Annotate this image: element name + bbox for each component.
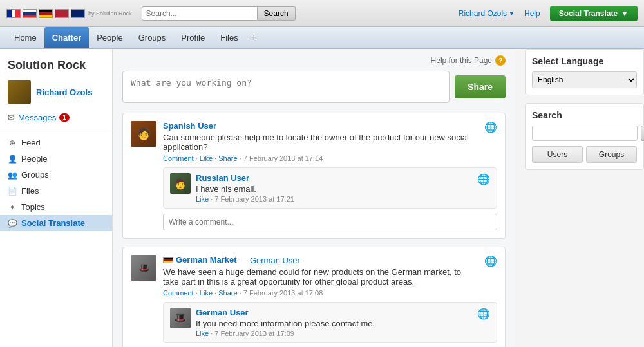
language-panel-title: Select Language <box>532 56 637 66</box>
nav-chatter[interactable]: Chatter <box>44 27 90 48</box>
search-input[interactable] <box>142 6 258 21</box>
reply-card: 🎩 German User If you need more informati… <box>163 302 497 343</box>
user-dropdown-arrow: ▼ <box>509 10 515 17</box>
sidebar-item-social-translate[interactable]: 💬 Social Translate <box>0 215 112 231</box>
go-button[interactable]: Go <box>641 126 644 141</box>
post-time: 7 February 2013 at 17:08 <box>243 289 323 297</box>
search-panel-title: Search <box>532 110 637 120</box>
filter-groups-button[interactable]: Groups <box>586 146 637 163</box>
top-search: Search <box>142 6 296 21</box>
flag-fr[interactable] <box>6 9 21 18</box>
nav-home[interactable]: Home <box>6 27 44 48</box>
sidebar: Solution Rock Richard Ozols ✉ Messages 1… <box>0 49 113 347</box>
nav-people[interactable]: People <box>89 27 130 48</box>
help-row: Help for this Page ? <box>122 55 506 66</box>
post-header-line: German Market — German User <box>163 256 300 265</box>
reply-body: Russian User I have his email. Like · 7 … <box>196 173 472 203</box>
german-flag-icon <box>163 257 173 263</box>
post-body: Spanish User Can someone please help me … <box>163 121 478 162</box>
reply-body: German User If you need more information… <box>196 308 472 337</box>
reply-avatar: 🎩 <box>170 308 191 328</box>
right-panel: Select Language English Spanish Russian … <box>515 49 644 347</box>
social-translate-button[interactable]: Social Translate ▼ <box>550 6 638 21</box>
flag-ru[interactable] <box>23 9 37 18</box>
sidebar-item-groups[interactable]: 👥 Groups <box>0 167 112 183</box>
sidebar-item-files[interactable]: 📄 Files <box>0 183 112 199</box>
user-menu[interactable]: Richard Ozols ▼ <box>459 9 515 18</box>
sidebar-item-label: Files <box>21 186 39 196</box>
reply-avatar: 🧑 <box>170 173 191 194</box>
main-layout: Solution Rock Richard Ozols ✉ Messages 1… <box>0 49 644 347</box>
feed-icon: ⊕ <box>8 138 17 147</box>
sidebar-user-name[interactable]: Richard Ozols <box>36 88 92 97</box>
like-link[interactable]: Like <box>196 195 209 203</box>
post-meta: Comment · Like · Share · 7 February 2013… <box>163 289 478 297</box>
user-name: Richard Ozols <box>459 9 507 18</box>
flag-de[interactable] <box>39 9 53 18</box>
share-link[interactable]: Share <box>218 155 237 162</box>
post-author[interactable]: Spanish User <box>163 121 216 131</box>
nav-more[interactable]: + <box>246 28 262 47</box>
like-link[interactable]: Like <box>196 330 209 337</box>
globe-icon: 🌐 <box>477 173 490 185</box>
german-tag: German Market <box>163 255 237 265</box>
reply-header: 🧑 Russian User I have his email. Like · … <box>170 173 490 203</box>
sidebar-item-label: Feed <box>21 138 41 147</box>
post-time: 7 February 2013 at 17:14 <box>243 155 323 162</box>
like-link[interactable]: Like <box>200 155 213 162</box>
reply-text: I have his email. <box>196 184 472 194</box>
compose-input[interactable] <box>122 71 450 103</box>
sidebar-item-feed[interactable]: ⊕ Feed <box>0 135 112 151</box>
search-panel-input[interactable] <box>532 126 638 141</box>
files-icon: 📄 <box>8 187 17 196</box>
messages-link[interactable]: Messages <box>18 113 56 122</box>
comment-input[interactable] <box>163 214 497 230</box>
post-card: 🎩 German Market — German User We have se… <box>122 247 506 347</box>
sidebar-item-topics[interactable]: ✦ Topics <box>0 199 112 215</box>
reply-meta: Like · 7 February 2013 at 17:21 <box>196 195 472 203</box>
reply-author[interactable]: German User <box>196 308 249 317</box>
search-panel: Search Go Users Groups <box>525 103 644 170</box>
top-bar: by Solution Rock Search Richard Ozols ▼ … <box>0 0 644 27</box>
post-author2[interactable]: German User <box>250 256 300 265</box>
avatar-image <box>8 80 31 104</box>
filter-users-button[interactable]: Users <box>532 146 583 163</box>
search-button[interactable]: Search <box>258 6 296 21</box>
comment-link[interactable]: Comment <box>163 289 194 297</box>
post-text: We have seen a huge demand could for new… <box>163 267 478 286</box>
flag-icons <box>6 9 85 18</box>
flag-us[interactable] <box>55 9 69 18</box>
post-text: Can someone please help me to locate the… <box>163 133 478 152</box>
flag-uk[interactable] <box>71 9 85 18</box>
globe-icon: 🌐 <box>484 121 497 133</box>
reply-author[interactable]: Russian User <box>196 173 249 183</box>
language-select[interactable]: English Spanish Russian German French <box>532 71 637 88</box>
nav-groups[interactable]: Groups <box>131 27 174 48</box>
messages-badge: 1 <box>59 113 70 122</box>
globe-icon: 🌐 <box>477 308 490 320</box>
comment-link[interactable]: Comment <box>163 155 194 162</box>
groups-icon: 👥 <box>8 171 17 180</box>
share-button[interactable]: Share <box>455 75 506 98</box>
messages-icon: ✉ <box>8 113 15 122</box>
share-link[interactable]: Share <box>218 289 237 297</box>
post-header: 🎩 German Market — German User We have se… <box>131 255 497 297</box>
post-meta: Comment · Like · Share · 7 February 2013… <box>163 155 478 162</box>
nav-files[interactable]: Files <box>213 27 245 48</box>
help-link[interactable]: Help <box>524 9 540 18</box>
sidebar-item-people[interactable]: 👤 People <box>0 151 112 167</box>
post-topic[interactable]: German Market <box>176 255 237 265</box>
reply-text: If you need more information please cont… <box>196 319 472 328</box>
sidebar-item-label: Topics <box>21 202 45 212</box>
nav-profile[interactable]: Profile <box>173 27 213 48</box>
top-right-actions: Richard Ozols ▼ Help Social Translate ▼ <box>459 6 638 21</box>
sidebar-divider <box>0 131 112 131</box>
search-row: Go <box>532 126 637 141</box>
comment-input-row <box>163 214 497 230</box>
help-page-icon[interactable]: ? <box>495 55 506 66</box>
like-link[interactable]: Like <box>200 289 213 297</box>
messages-row: ✉ Messages 1 <box>0 110 112 127</box>
filter-buttons: Users Groups <box>532 146 637 163</box>
company-name: Solution Rock <box>0 55 112 77</box>
help-page-text: Help for this Page <box>431 56 492 65</box>
